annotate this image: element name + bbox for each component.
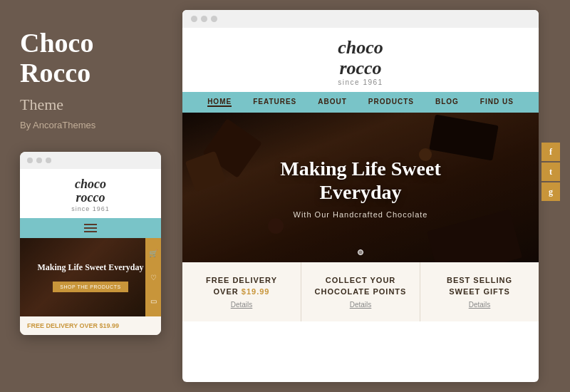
hamburger-icon <box>84 224 97 232</box>
feature-item-points: COLLECT YOURCHOCOLATE POINTS Details <box>301 262 420 321</box>
title-line2: Rocco <box>20 58 90 88</box>
card-icon: ▭ <box>150 297 157 305</box>
nav-item-about[interactable]: ABOUT <box>318 98 347 107</box>
hero-dot-indicator[interactable] <box>358 249 363 255</box>
website-header: choco rocco since 1961 <box>182 28 539 92</box>
title-line1: Choco <box>20 28 93 58</box>
sidebar-title: Choco Rocco <box>20 29 157 88</box>
mobile-dot-3 <box>46 158 51 163</box>
feature-gifts-details[interactable]: Details <box>428 301 532 309</box>
feature-delivery-title: FREE DELIVERYOVER $19.99 <box>190 275 294 297</box>
mobile-browser-bar <box>20 152 161 169</box>
mobile-logo-text: choco rocco <box>27 177 154 206</box>
hero-title: Making Life Sweet Everyday <box>280 157 441 205</box>
browser-dot-3 <box>211 16 217 22</box>
website-hero: Making Life Sweet Everyday With Our Hand… <box>182 113 539 262</box>
feature-item-gifts: BEST SELLINGSWEET GIFTS Details <box>420 262 539 321</box>
right-wrapper: choco rocco since 1961 HOME FEATURES ABO… <box>177 0 570 392</box>
website-logo: choco rocco <box>197 38 524 78</box>
sidebar-subtitle: Theme <box>20 96 157 114</box>
mobile-footer-text: FREE DELIVERY OVER $19.99 <box>20 316 161 335</box>
nav-item-blog[interactable]: BLOG <box>435 98 459 107</box>
social-btn-google[interactable]: g <box>542 182 560 201</box>
mobile-dot-1 <box>27 158 33 163</box>
feature-delivery-details[interactable]: Details <box>190 301 294 309</box>
features-strip: FREE DELIVERYOVER $19.99 Details COLLECT… <box>182 262 539 321</box>
browser-dot-1 <box>191 16 197 22</box>
mobile-shop-button[interactable]: SHOP THE PRODUCTS <box>53 282 128 292</box>
browser-window: choco rocco since 1961 HOME FEATURES ABO… <box>182 10 539 382</box>
nav-item-products[interactable]: PRODUCTS <box>368 98 414 107</box>
mobile-dot-2 <box>36 158 42 163</box>
sidebar-by: By AncoraThemes <box>20 120 157 130</box>
cart-icon: 🛒 <box>149 249 157 257</box>
browser-bar <box>182 10 539 28</box>
feature-points-details[interactable]: Details <box>309 301 413 309</box>
browser-dot-2 <box>201 16 207 22</box>
slide-indicator <box>358 249 363 255</box>
mobile-logo-since: since 1961 <box>27 205 154 212</box>
nav-item-home[interactable]: HOME <box>207 98 232 107</box>
mobile-hero-content: Making Life Sweet Everyday SHOP THE PROD… <box>29 262 152 293</box>
mobile-logo-area: choco rocco since 1961 <box>20 169 161 219</box>
nav-item-findus[interactable]: FIND US <box>480 98 514 107</box>
hero-subtitle: With Our Handcrafted Chocolate <box>280 210 441 219</box>
mobile-hero: Making Life Sweet Everyday SHOP THE PROD… <box>20 238 161 316</box>
mobile-preview: choco rocco since 1961 Making Life Sweet… <box>20 152 161 336</box>
website-nav: HOME FEATURES ABOUT PRODUCTS BLOG FIND U… <box>182 92 539 113</box>
social-btn-facebook[interactable]: f <box>542 143 560 161</box>
mobile-nav <box>20 218 161 238</box>
sidebar: Choco Rocco Theme By AncoraThemes choco … <box>0 0 177 392</box>
social-btn-twitter[interactable]: t <box>542 163 560 181</box>
mobile-hero-title: Making Life Sweet Everyday <box>38 262 144 274</box>
website-logo-since: since 1961 <box>197 78 524 86</box>
feature-item-delivery: FREE DELIVERYOVER $19.99 Details <box>182 262 301 321</box>
social-sidebar: f t g <box>542 143 560 201</box>
feature-points-title: COLLECT YOURCHOCOLATE POINTS <box>309 275 413 297</box>
nav-item-features[interactable]: FEATURES <box>253 98 296 107</box>
feature-gifts-title: BEST SELLINGSWEET GIFTS <box>428 275 532 297</box>
hero-content: Making Life Sweet Everyday With Our Hand… <box>280 157 441 219</box>
